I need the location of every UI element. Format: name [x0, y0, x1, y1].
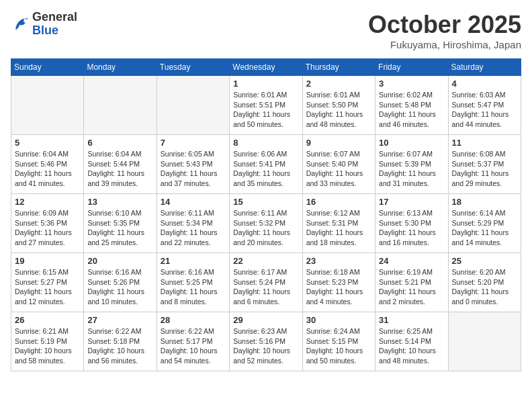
- day-number: 22: [233, 256, 298, 266]
- calendar-cell: 25Sunrise: 6:20 AM Sunset: 5:20 PM Dayli…: [448, 253, 521, 312]
- week-row-1: 1Sunrise: 6:01 AM Sunset: 5:51 PM Daylig…: [11, 76, 521, 135]
- weekday-header-sunday: Sunday: [11, 59, 84, 76]
- calendar-cell: 14Sunrise: 6:11 AM Sunset: 5:34 PM Dayli…: [157, 194, 229, 253]
- day-info: Sunrise: 6:01 AM Sunset: 5:50 PM Dayligh…: [306, 90, 371, 130]
- day-number: 31: [379, 315, 444, 325]
- calendar-cell: 8Sunrise: 6:06 AM Sunset: 5:41 PM Daylig…: [230, 135, 302, 194]
- calendar-cell: 4Sunrise: 6:03 AM Sunset: 5:47 PM Daylig…: [448, 76, 521, 135]
- calendar-cell: 2Sunrise: 6:01 AM Sunset: 5:50 PM Daylig…: [302, 76, 375, 135]
- day-number: 7: [161, 138, 226, 148]
- calendar-cell: [84, 76, 157, 135]
- day-info: Sunrise: 6:18 AM Sunset: 5:23 PM Dayligh…: [306, 267, 371, 307]
- location: Fukuyama, Hiroshima, Japan: [368, 39, 521, 50]
- day-info: Sunrise: 6:06 AM Sunset: 5:41 PM Dayligh…: [233, 149, 298, 189]
- week-row-4: 19Sunrise: 6:15 AM Sunset: 5:27 PM Dayli…: [11, 253, 521, 312]
- week-row-2: 5Sunrise: 6:04 AM Sunset: 5:46 PM Daylig…: [11, 135, 521, 194]
- day-info: Sunrise: 6:20 AM Sunset: 5:20 PM Dayligh…: [452, 267, 517, 307]
- day-number: 26: [15, 315, 80, 325]
- day-info: Sunrise: 6:11 AM Sunset: 5:34 PM Dayligh…: [161, 208, 226, 248]
- calendar-cell: 23Sunrise: 6:18 AM Sunset: 5:23 PM Dayli…: [302, 253, 375, 312]
- weekday-header-saturday: Saturday: [448, 59, 521, 76]
- weekday-header-tuesday: Tuesday: [157, 59, 229, 76]
- day-number: 15: [233, 197, 298, 207]
- calendar-cell: 16Sunrise: 6:12 AM Sunset: 5:31 PM Dayli…: [302, 194, 375, 253]
- week-row-3: 12Sunrise: 6:09 AM Sunset: 5:36 PM Dayli…: [11, 194, 521, 253]
- day-info: Sunrise: 6:14 AM Sunset: 5:29 PM Dayligh…: [452, 208, 517, 248]
- day-number: 10: [379, 138, 444, 148]
- calendar-cell: 5Sunrise: 6:04 AM Sunset: 5:46 PM Daylig…: [11, 135, 84, 194]
- day-info: Sunrise: 6:02 AM Sunset: 5:48 PM Dayligh…: [379, 90, 444, 130]
- week-row-5: 26Sunrise: 6:21 AM Sunset: 5:19 PM Dayli…: [11, 312, 521, 371]
- day-number: 13: [87, 197, 152, 207]
- day-info: Sunrise: 6:04 AM Sunset: 5:44 PM Dayligh…: [87, 149, 152, 189]
- day-number: 30: [306, 315, 371, 325]
- day-info: Sunrise: 6:19 AM Sunset: 5:21 PM Dayligh…: [379, 267, 444, 307]
- calendar-cell: 6Sunrise: 6:04 AM Sunset: 5:44 PM Daylig…: [84, 135, 157, 194]
- calendar-cell: 31Sunrise: 6:25 AM Sunset: 5:14 PM Dayli…: [375, 312, 448, 371]
- day-number: 21: [161, 256, 226, 266]
- day-info: Sunrise: 6:22 AM Sunset: 5:17 PM Dayligh…: [161, 326, 226, 366]
- day-info: Sunrise: 6:09 AM Sunset: 5:36 PM Dayligh…: [15, 208, 80, 248]
- day-number: 11: [452, 138, 517, 148]
- day-info: Sunrise: 6:21 AM Sunset: 5:19 PM Dayligh…: [15, 326, 80, 366]
- day-info: Sunrise: 6:15 AM Sunset: 5:27 PM Dayligh…: [15, 267, 80, 307]
- calendar-cell: [448, 312, 521, 371]
- day-info: Sunrise: 6:03 AM Sunset: 5:47 PM Dayligh…: [452, 90, 517, 130]
- title-block: October 2025 Fukuyama, Hiroshima, Japan: [368, 11, 521, 50]
- day-number: 1: [233, 79, 298, 89]
- day-info: Sunrise: 6:04 AM Sunset: 5:46 PM Dayligh…: [15, 149, 80, 189]
- logo-bird-icon: [11, 15, 30, 34]
- day-info: Sunrise: 6:13 AM Sunset: 5:30 PM Dayligh…: [379, 208, 444, 248]
- day-number: 18: [452, 197, 517, 207]
- calendar-cell: 15Sunrise: 6:11 AM Sunset: 5:32 PM Dayli…: [230, 194, 302, 253]
- day-number: 6: [87, 138, 152, 148]
- day-info: Sunrise: 6:07 AM Sunset: 5:40 PM Dayligh…: [306, 149, 371, 189]
- day-number: 19: [15, 256, 80, 266]
- day-number: 12: [15, 197, 80, 207]
- day-info: Sunrise: 6:12 AM Sunset: 5:31 PM Dayligh…: [306, 208, 371, 248]
- weekday-header-thursday: Thursday: [302, 59, 375, 76]
- day-number: 20: [87, 256, 152, 266]
- weekday-header-row: SundayMondayTuesdayWednesdayThursdayFrid…: [11, 59, 521, 76]
- calendar-cell: 10Sunrise: 6:07 AM Sunset: 5:39 PM Dayli…: [375, 135, 448, 194]
- day-number: 17: [379, 197, 444, 207]
- day-info: Sunrise: 6:16 AM Sunset: 5:25 PM Dayligh…: [161, 267, 226, 307]
- calendar-cell: [11, 76, 84, 135]
- calendar-cell: 29Sunrise: 6:23 AM Sunset: 5:16 PM Dayli…: [230, 312, 302, 371]
- day-number: 8: [233, 138, 298, 148]
- page-header: General Blue October 2025 Fukuyama, Hiro…: [11, 11, 521, 50]
- day-number: 16: [306, 197, 371, 207]
- day-number: 23: [306, 256, 371, 266]
- day-number: 5: [15, 138, 80, 148]
- day-info: Sunrise: 6:05 AM Sunset: 5:43 PM Dayligh…: [161, 149, 226, 189]
- calendar-cell: 18Sunrise: 6:14 AM Sunset: 5:29 PM Dayli…: [448, 194, 521, 253]
- weekday-header-friday: Friday: [375, 59, 448, 76]
- day-info: Sunrise: 6:01 AM Sunset: 5:51 PM Dayligh…: [233, 90, 298, 130]
- calendar-cell: 22Sunrise: 6:17 AM Sunset: 5:24 PM Dayli…: [230, 253, 302, 312]
- calendar-cell: 24Sunrise: 6:19 AM Sunset: 5:21 PM Dayli…: [375, 253, 448, 312]
- day-info: Sunrise: 6:10 AM Sunset: 5:35 PM Dayligh…: [87, 208, 152, 248]
- calendar-cell: 28Sunrise: 6:22 AM Sunset: 5:17 PM Dayli…: [157, 312, 229, 371]
- day-number: 24: [379, 256, 444, 266]
- day-number: 2: [306, 79, 371, 89]
- calendar-cell: 7Sunrise: 6:05 AM Sunset: 5:43 PM Daylig…: [157, 135, 229, 194]
- calendar-cell: 13Sunrise: 6:10 AM Sunset: 5:35 PM Dayli…: [84, 194, 157, 253]
- day-number: 25: [452, 256, 517, 266]
- weekday-header-monday: Monday: [84, 59, 157, 76]
- day-number: 14: [161, 197, 226, 207]
- calendar-cell: 21Sunrise: 6:16 AM Sunset: 5:25 PM Dayli…: [157, 253, 229, 312]
- day-info: Sunrise: 6:11 AM Sunset: 5:32 PM Dayligh…: [233, 208, 298, 248]
- calendar-cell: 26Sunrise: 6:21 AM Sunset: 5:19 PM Dayli…: [11, 312, 84, 371]
- calendar-cell: 19Sunrise: 6:15 AM Sunset: 5:27 PM Dayli…: [11, 253, 84, 312]
- month-title: October 2025: [368, 11, 521, 39]
- day-number: 3: [379, 79, 444, 89]
- day-info: Sunrise: 6:22 AM Sunset: 5:18 PM Dayligh…: [87, 326, 152, 366]
- calendar-cell: 17Sunrise: 6:13 AM Sunset: 5:30 PM Dayli…: [375, 194, 448, 253]
- calendar-table: SundayMondayTuesdayWednesdayThursdayFrid…: [11, 58, 521, 371]
- calendar-cell: 11Sunrise: 6:08 AM Sunset: 5:37 PM Dayli…: [448, 135, 521, 194]
- day-info: Sunrise: 6:17 AM Sunset: 5:24 PM Dayligh…: [233, 267, 298, 307]
- calendar-cell: 30Sunrise: 6:24 AM Sunset: 5:15 PM Dayli…: [302, 312, 375, 371]
- calendar-cell: 27Sunrise: 6:22 AM Sunset: 5:18 PM Dayli…: [84, 312, 157, 371]
- day-info: Sunrise: 6:23 AM Sunset: 5:16 PM Dayligh…: [233, 326, 298, 366]
- logo: General Blue: [11, 11, 77, 38]
